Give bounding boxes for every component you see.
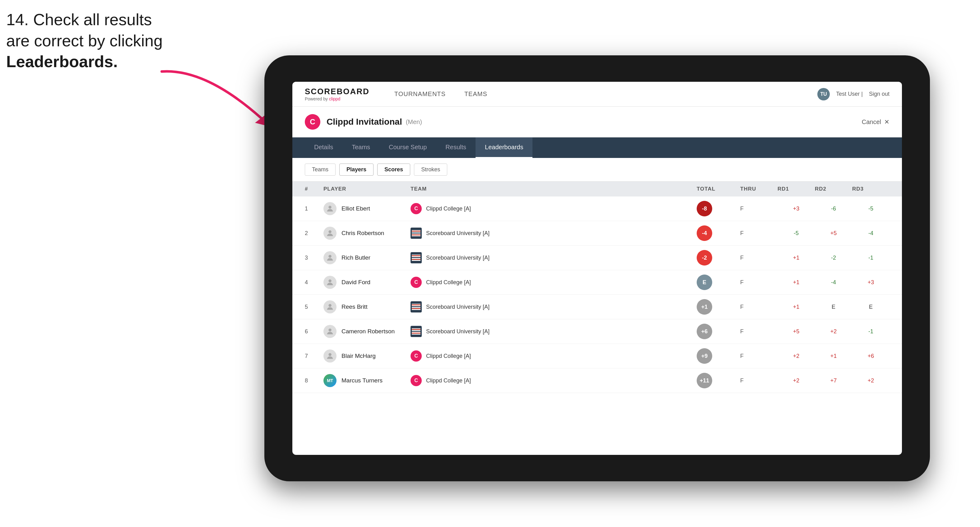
team-logo [410, 326, 422, 337]
rd1-cell: -5 [778, 230, 815, 237]
rd3-cell: -5 [852, 205, 889, 212]
user-avatar: TU [817, 88, 830, 100]
tournament-header: C Clippd Invitational (Men) Cancel ✕ [292, 106, 902, 137]
player-cell: MT Marcus Turners [323, 374, 410, 387]
svg-point-2 [328, 230, 331, 233]
sign-out-link[interactable]: Sign out [869, 91, 889, 97]
player-name: Cameron Robertson [342, 328, 395, 335]
team-cell: C Clippd College [A] [410, 351, 697, 362]
player-name: Elliot Ebert [342, 205, 370, 212]
tab-teams[interactable]: Teams [342, 137, 379, 158]
rd2-cell: +2 [815, 328, 852, 335]
thru-cell: F [740, 279, 778, 286]
col-thru: THRU [740, 186, 778, 192]
team-logo: C [410, 375, 422, 386]
rank-cell: 5 [305, 304, 323, 310]
rd2-cell: -4 [815, 279, 852, 286]
thru-cell: F [740, 230, 778, 237]
tab-leaderboards[interactable]: Leaderboards [476, 137, 533, 158]
thru-cell: F [740, 255, 778, 261]
tab-results[interactable]: Results [436, 137, 476, 158]
svg-point-1 [328, 206, 331, 209]
col-team: TEAM [410, 186, 697, 192]
team-cell: Scoreboard University [A] [410, 301, 697, 313]
avatar [323, 300, 337, 313]
total-cell: +1 [697, 299, 740, 315]
table-header-row: # PLAYER TEAM TOTAL THRU RD1 RD2 RD3 [292, 182, 902, 197]
team-name: Clippd College [A] [426, 378, 471, 384]
col-rd3: RD3 [852, 186, 889, 192]
rank-cell: 2 [305, 230, 323, 237]
rd2-cell: -2 [815, 255, 852, 261]
thru-cell: F [740, 378, 778, 384]
team-cell: Scoreboard University [A] [410, 252, 697, 264]
tab-details[interactable]: Details [305, 137, 342, 158]
total-cell: +6 [697, 324, 740, 339]
team-logo [410, 301, 422, 313]
score-badge: +1 [697, 299, 712, 315]
user-label: Test User | [836, 91, 863, 97]
player-name: David Ford [342, 279, 371, 286]
table-row: 7 Blair McHarg C Clippd College [A] +9 F… [292, 344, 902, 368]
tablet-frame: SCOREBOARD Powered by clippd TOURNAMENTS… [264, 56, 930, 481]
player-name: Rees Britt [342, 303, 367, 310]
nav-tournaments[interactable]: TOURNAMENTS [385, 82, 455, 106]
tab-course-setup[interactable]: Course Setup [379, 137, 436, 158]
logo-area: SCOREBOARD Powered by clippd [305, 87, 369, 102]
player-cell: Rich Butler [323, 251, 410, 264]
team-name: Scoreboard University [A] [426, 230, 490, 237]
filter-bar: Teams Players Scores Strokes [292, 158, 902, 182]
col-total: TOTAL [697, 186, 740, 192]
total-cell: E [697, 275, 740, 290]
team-cell: C Clippd College [A] [410, 203, 697, 214]
svg-point-4 [328, 279, 331, 282]
rd3-cell: E [852, 304, 889, 310]
col-rank: # [305, 186, 323, 192]
cancel-button[interactable]: Cancel ✕ [862, 118, 889, 125]
rank-cell: 4 [305, 279, 323, 286]
rank-cell: 6 [305, 328, 323, 335]
team-name: Scoreboard University [A] [426, 328, 490, 335]
team-logo [410, 228, 422, 239]
rd3-cell: -1 [852, 328, 889, 335]
tournament-logo: C [305, 114, 320, 130]
player-cell: Cameron Robertson [323, 325, 410, 338]
col-rd1: RD1 [778, 186, 815, 192]
thru-cell: F [740, 328, 778, 335]
col-player: PLAYER [323, 186, 410, 192]
score-badge: +9 [697, 348, 712, 364]
rank-cell: 7 [305, 353, 323, 359]
filter-strokes-btn[interactable]: Strokes [414, 163, 447, 176]
team-logo [410, 252, 422, 264]
total-cell: +9 [697, 348, 740, 364]
rd3-cell: +6 [852, 353, 889, 359]
team-cell: C Clippd College [A] [410, 277, 697, 288]
tab-bar: Details Teams Course Setup Results Leade… [292, 137, 902, 158]
player-name: Chris Robertson [342, 230, 384, 237]
rank-cell: 8 [305, 378, 323, 384]
score-badge: -8 [697, 201, 712, 216]
player-cell: Blair McHarg [323, 349, 410, 362]
thru-cell: F [740, 304, 778, 310]
rd1-cell: +2 [778, 378, 815, 384]
rd1-cell: +1 [778, 279, 815, 286]
rd2-cell: +7 [815, 378, 852, 384]
rd1-cell: +1 [778, 304, 815, 310]
score-badge: -2 [697, 250, 712, 265]
table-row: 2 Chris Robertson Scoreboard University … [292, 221, 902, 246]
thru-cell: F [740, 205, 778, 212]
team-name: Scoreboard University [A] [426, 255, 490, 261]
nav-teams[interactable]: TEAMS [455, 82, 497, 106]
filter-teams-btn[interactable]: Teams [305, 163, 336, 176]
team-logo: C [410, 277, 422, 288]
logo-sub: Powered by clippd [305, 96, 369, 102]
rd1-cell: +3 [778, 205, 815, 212]
team-logo: C [410, 203, 422, 214]
filter-players-btn[interactable]: Players [339, 163, 374, 176]
total-cell: -8 [697, 201, 740, 216]
filter-scores-btn[interactable]: Scores [377, 163, 410, 176]
instruction-text: 14. Check all results are correct by cli… [6, 10, 163, 73]
table-row: 6 Cameron Robertson Scoreboard Universit… [292, 319, 902, 344]
team-name: Clippd College [A] [426, 353, 471, 359]
tablet-screen: SCOREBOARD Powered by clippd TOURNAMENTS… [292, 82, 902, 455]
